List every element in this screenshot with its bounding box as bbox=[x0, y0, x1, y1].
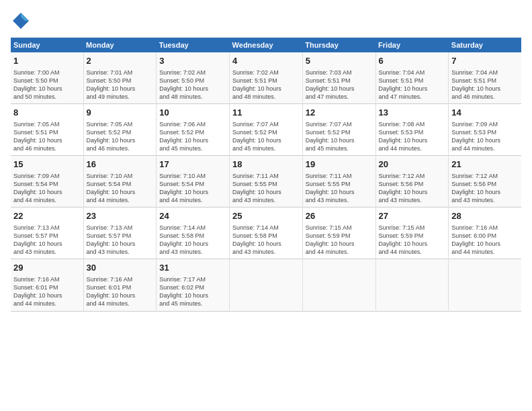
calendar-cell: 11Sunrise: 7:07 AM Sunset: 5:52 PM Dayli… bbox=[230, 104, 303, 156]
calendar-cell: 20Sunrise: 7:12 AM Sunset: 5:56 PM Dayli… bbox=[375, 156, 449, 208]
day-info: Sunrise: 7:07 AM Sunset: 5:52 PM Dayligh… bbox=[306, 120, 373, 153]
calendar-cell: 16Sunrise: 7:10 AM Sunset: 5:54 PM Dayli… bbox=[83, 156, 157, 208]
day-number: 10 bbox=[159, 107, 226, 119]
calendar-cell: 29Sunrise: 7:16 AM Sunset: 6:01 PM Dayli… bbox=[11, 259, 83, 311]
week-row-2: 8Sunrise: 7:05 AM Sunset: 5:51 PM Daylig… bbox=[11, 104, 521, 156]
calendar-cell: 22Sunrise: 7:13 AM Sunset: 5:57 PM Dayli… bbox=[11, 208, 83, 259]
calendar-cell: 17Sunrise: 7:10 AM Sunset: 5:54 PM Dayli… bbox=[157, 156, 230, 208]
calendar-cell: 31Sunrise: 7:17 AM Sunset: 6:02 PM Dayli… bbox=[157, 259, 230, 311]
calendar-cell: 27Sunrise: 7:15 AM Sunset: 5:59 PM Dayli… bbox=[375, 208, 449, 259]
day-info: Sunrise: 7:12 AM Sunset: 5:56 PM Dayligh… bbox=[451, 172, 519, 205]
day-number: 26 bbox=[306, 210, 373, 222]
day-info: Sunrise: 7:08 AM Sunset: 5:53 PM Dayligh… bbox=[379, 120, 446, 153]
calendar-cell: 21Sunrise: 7:12 AM Sunset: 5:56 PM Dayli… bbox=[449, 156, 521, 208]
day-info: Sunrise: 7:09 AM Sunset: 5:54 PM Dayligh… bbox=[13, 172, 81, 205]
day-number: 23 bbox=[87, 210, 154, 222]
calendar-cell: 19Sunrise: 7:11 AM Sunset: 5:55 PM Dayli… bbox=[302, 156, 375, 208]
day-number: 28 bbox=[451, 210, 519, 222]
day-number: 3 bbox=[159, 55, 226, 67]
day-number: 16 bbox=[87, 158, 154, 171]
day-info: Sunrise: 7:11 AM Sunset: 5:55 PM Dayligh… bbox=[306, 172, 373, 205]
day-info: Sunrise: 7:16 AM Sunset: 6:01 PM Dayligh… bbox=[87, 275, 154, 308]
day-number: 4 bbox=[232, 55, 300, 67]
day-number: 20 bbox=[379, 158, 446, 171]
day-info: Sunrise: 7:04 AM Sunset: 5:51 PM Dayligh… bbox=[451, 68, 519, 101]
day-info: Sunrise: 7:12 AM Sunset: 5:56 PM Dayligh… bbox=[379, 172, 446, 205]
day-number: 12 bbox=[306, 107, 373, 119]
calendar-cell: 25Sunrise: 7:14 AM Sunset: 5:58 PM Dayli… bbox=[230, 208, 303, 259]
day-number: 11 bbox=[232, 107, 300, 119]
day-number: 29 bbox=[13, 262, 81, 274]
calendar-cell bbox=[302, 259, 375, 311]
calendar-cell: 28Sunrise: 7:16 AM Sunset: 6:00 PM Dayli… bbox=[449, 208, 521, 259]
calendar-cell: 24Sunrise: 7:14 AM Sunset: 5:58 PM Dayli… bbox=[157, 208, 230, 259]
calendar-cell: 7Sunrise: 7:04 AM Sunset: 5:51 PM Daylig… bbox=[449, 52, 521, 104]
day-info: Sunrise: 7:15 AM Sunset: 5:59 PM Dayligh… bbox=[379, 224, 446, 257]
calendar-cell bbox=[375, 259, 449, 311]
calendar-cell bbox=[230, 259, 303, 311]
logo bbox=[11, 11, 32, 31]
page-container: SundayMondayTuesdayWednesdayThursdayFrid… bbox=[0, 0, 532, 318]
col-header-friday: Friday bbox=[375, 38, 449, 52]
day-info: Sunrise: 7:15 AM Sunset: 5:59 PM Dayligh… bbox=[306, 224, 373, 257]
day-info: Sunrise: 7:10 AM Sunset: 5:54 PM Dayligh… bbox=[159, 172, 226, 205]
day-number: 13 bbox=[379, 107, 446, 119]
day-info: Sunrise: 7:05 AM Sunset: 5:52 PM Dayligh… bbox=[87, 120, 154, 153]
day-info: Sunrise: 7:11 AM Sunset: 5:55 PM Dayligh… bbox=[232, 172, 300, 205]
col-header-wednesday: Wednesday bbox=[230, 38, 303, 52]
day-number: 2 bbox=[87, 55, 154, 67]
day-number: 15 bbox=[13, 158, 81, 171]
day-number: 21 bbox=[451, 158, 519, 171]
day-number: 8 bbox=[13, 107, 81, 119]
col-header-sunday: Sunday bbox=[11, 38, 83, 52]
week-row-5: 29Sunrise: 7:16 AM Sunset: 6:01 PM Dayli… bbox=[11, 259, 521, 311]
week-row-4: 22Sunrise: 7:13 AM Sunset: 5:57 PM Dayli… bbox=[11, 208, 521, 259]
week-row-3: 15Sunrise: 7:09 AM Sunset: 5:54 PM Dayli… bbox=[11, 156, 521, 208]
day-info: Sunrise: 7:14 AM Sunset: 5:58 PM Dayligh… bbox=[159, 224, 226, 257]
day-info: Sunrise: 7:09 AM Sunset: 5:53 PM Dayligh… bbox=[451, 120, 519, 153]
day-number: 7 bbox=[451, 55, 519, 67]
calendar-cell: 15Sunrise: 7:09 AM Sunset: 5:54 PM Dayli… bbox=[11, 156, 83, 208]
day-number: 14 bbox=[451, 107, 519, 119]
day-number: 19 bbox=[306, 158, 373, 171]
calendar-cell: 8Sunrise: 7:05 AM Sunset: 5:51 PM Daylig… bbox=[11, 104, 83, 156]
day-info: Sunrise: 7:16 AM Sunset: 6:01 PM Dayligh… bbox=[13, 275, 81, 308]
day-number: 18 bbox=[232, 158, 300, 171]
day-info: Sunrise: 7:14 AM Sunset: 5:58 PM Dayligh… bbox=[232, 224, 300, 257]
calendar-cell: 14Sunrise: 7:09 AM Sunset: 5:53 PM Dayli… bbox=[449, 104, 521, 156]
calendar-cell: 5Sunrise: 7:03 AM Sunset: 5:51 PM Daylig… bbox=[302, 52, 375, 104]
day-info: Sunrise: 7:10 AM Sunset: 5:54 PM Dayligh… bbox=[87, 172, 154, 205]
col-header-thursday: Thursday bbox=[302, 38, 375, 52]
day-info: Sunrise: 7:01 AM Sunset: 5:50 PM Dayligh… bbox=[87, 68, 154, 101]
day-info: Sunrise: 7:02 AM Sunset: 5:51 PM Dayligh… bbox=[232, 68, 300, 101]
day-info: Sunrise: 7:16 AM Sunset: 6:00 PM Dayligh… bbox=[451, 224, 519, 257]
calendar-table: SundayMondayTuesdayWednesdayThursdayFrid… bbox=[11, 38, 521, 312]
calendar-cell: 30Sunrise: 7:16 AM Sunset: 6:01 PM Dayli… bbox=[83, 259, 157, 311]
calendar-cell: 6Sunrise: 7:04 AM Sunset: 5:51 PM Daylig… bbox=[375, 52, 449, 104]
week-row-1: 1Sunrise: 7:00 AM Sunset: 5:50 PM Daylig… bbox=[11, 52, 521, 104]
calendar-cell: 23Sunrise: 7:13 AM Sunset: 5:57 PM Dayli… bbox=[83, 208, 157, 259]
calendar-cell: 1Sunrise: 7:00 AM Sunset: 5:50 PM Daylig… bbox=[11, 52, 83, 104]
day-info: Sunrise: 7:04 AM Sunset: 5:51 PM Dayligh… bbox=[379, 68, 446, 101]
day-number: 5 bbox=[306, 55, 373, 67]
day-number: 31 bbox=[159, 262, 226, 274]
day-number: 17 bbox=[159, 158, 226, 171]
calendar-cell: 2Sunrise: 7:01 AM Sunset: 5:50 PM Daylig… bbox=[83, 52, 157, 104]
day-number: 1 bbox=[13, 55, 81, 67]
day-info: Sunrise: 7:07 AM Sunset: 5:52 PM Dayligh… bbox=[232, 120, 300, 153]
header bbox=[11, 11, 521, 31]
day-number: 25 bbox=[232, 210, 300, 222]
calendar-cell: 13Sunrise: 7:08 AM Sunset: 5:53 PM Dayli… bbox=[375, 104, 449, 156]
day-number: 22 bbox=[13, 210, 81, 222]
day-info: Sunrise: 7:13 AM Sunset: 5:57 PM Dayligh… bbox=[13, 224, 81, 257]
day-number: 6 bbox=[379, 55, 446, 67]
calendar-cell: 10Sunrise: 7:06 AM Sunset: 5:52 PM Dayli… bbox=[157, 104, 230, 156]
calendar-cell: 4Sunrise: 7:02 AM Sunset: 5:51 PM Daylig… bbox=[230, 52, 303, 104]
day-info: Sunrise: 7:02 AM Sunset: 5:50 PM Dayligh… bbox=[159, 68, 226, 101]
day-info: Sunrise: 7:05 AM Sunset: 5:51 PM Dayligh… bbox=[13, 120, 81, 153]
day-info: Sunrise: 7:00 AM Sunset: 5:50 PM Dayligh… bbox=[13, 68, 81, 101]
day-number: 30 bbox=[87, 262, 154, 274]
calendar-cell: 26Sunrise: 7:15 AM Sunset: 5:59 PM Dayli… bbox=[302, 208, 375, 259]
day-number: 9 bbox=[87, 107, 154, 119]
col-header-tuesday: Tuesday bbox=[157, 38, 230, 52]
